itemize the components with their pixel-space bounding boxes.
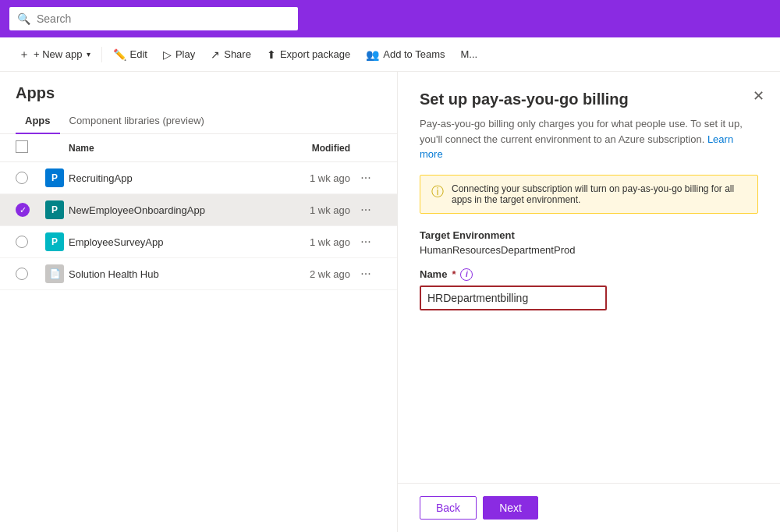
modified-column-header: Modified <box>272 143 350 154</box>
add-to-teams-button[interactable]: 👥 Add to Teams <box>360 44 451 66</box>
share-button[interactable]: ↗ Share <box>204 44 257 66</box>
row-actions-menu[interactable]: ··· <box>350 171 381 185</box>
app-icon: P <box>45 200 64 219</box>
share-icon: ↗ <box>211 48 220 61</box>
row-icon: P <box>41 200 69 219</box>
right-panel: ✕ Set up pay-as-you-go billing Pay-as-yo… <box>398 72 780 532</box>
chevron-down-icon: ▾ <box>87 50 90 59</box>
row-check[interactable]: ✓ <box>16 203 41 217</box>
row-icon: P <box>41 232 69 251</box>
app-icon: 📄 <box>45 264 64 283</box>
name-field-section: Name * i <box>420 268 758 310</box>
panel-description: Pay-as-you-go billing only charges you f… <box>420 116 758 162</box>
top-bar: 🔍 <box>0 0 780 37</box>
name-form-label: Name * i <box>420 268 758 281</box>
row-actions-menu[interactable]: ··· <box>350 267 381 281</box>
row-modified: 1 wk ago <box>272 236 350 248</box>
row-name: RecruitingApp <box>69 172 272 184</box>
row-checkbox[interactable] <box>16 268 28 280</box>
name-column-header: Name <box>69 143 272 154</box>
panel-title: Apps <box>0 72 397 108</box>
edit-icon: ✏️ <box>113 48 126 61</box>
tabs-bar: Apps Component libraries (preview) <box>0 108 397 134</box>
search-box[interactable]: 🔍 <box>9 7 298 30</box>
row-checkbox[interactable] <box>16 236 28 248</box>
warning-banner: ⓘ Connecting your subscription will turn… <box>420 175 758 214</box>
row-check[interactable] <box>16 268 41 280</box>
panel-heading: Set up pay-as-you-go billing <box>420 90 758 108</box>
panel-footer: Back Next <box>398 483 780 532</box>
row-name: Solution Health Hub <box>69 268 272 280</box>
back-button[interactable]: Back <box>420 496 477 520</box>
new-app-button[interactable]: ＋ + New app ▾ <box>12 43 97 66</box>
row-modified: 1 wk ago <box>272 204 350 216</box>
edit-button[interactable]: ✏️ Edit <box>107 44 154 66</box>
row-name: EmployeeSurveyApp <box>69 236 272 248</box>
divider <box>101 47 102 62</box>
info-icon[interactable]: i <box>460 268 473 281</box>
table-row[interactable]: 📄 Solution Health Hub 2 wk ago ··· <box>0 258 397 290</box>
main-layout: Apps Apps Component libraries (preview) … <box>0 72 780 532</box>
row-check[interactable] <box>16 172 41 184</box>
search-icon: 🔍 <box>17 12 30 25</box>
table-row[interactable]: ✓ P NewEmployeeOnboardingApp 1 wk ago ··… <box>0 194 397 226</box>
warning-icon: ⓘ <box>431 184 444 200</box>
target-environment-section: Target Environment HumanResourcesDepartm… <box>420 229 758 256</box>
left-panel: Apps Apps Component libraries (preview) … <box>0 72 398 532</box>
table-row[interactable]: P EmployeeSurveyApp 1 wk ago ··· <box>0 226 397 258</box>
check-header <box>16 140 41 155</box>
play-icon: ▷ <box>163 48 172 61</box>
table-header: Name Modified <box>0 134 397 162</box>
tab-component-libraries[interactable]: Component libraries (preview) <box>60 108 214 134</box>
next-button[interactable]: Next <box>483 496 538 520</box>
row-actions-menu[interactable]: ··· <box>350 203 381 217</box>
row-check[interactable] <box>16 236 41 248</box>
row-modified: 2 wk ago <box>272 268 350 280</box>
row-modified: 1 wk ago <box>272 172 350 184</box>
export-package-button[interactable]: ⬆ Export package <box>261 44 356 66</box>
close-button[interactable]: ✕ <box>750 84 768 108</box>
export-icon: ⬆ <box>267 48 276 61</box>
row-icon: 📄 <box>41 264 69 283</box>
teams-icon: 👥 <box>366 48 379 61</box>
search-input[interactable] <box>37 12 290 25</box>
row-icon: P <box>41 168 69 187</box>
name-input[interactable] <box>420 286 607 310</box>
table-row[interactable]: P RecruitingApp 1 wk ago ··· <box>0 162 397 194</box>
app-icon: P <box>45 232 64 251</box>
tab-apps[interactable]: Apps <box>16 108 60 134</box>
target-environment-label: Target Environment <box>420 229 758 241</box>
more-button[interactable]: M... <box>455 44 484 65</box>
row-check-circle[interactable]: ✓ <box>16 203 30 217</box>
table-body: P RecruitingApp 1 wk ago ··· ✓ P NewEmpl… <box>0 162 397 532</box>
row-checkbox[interactable] <box>16 172 28 184</box>
target-environment-value: HumanResourcesDepartmentProd <box>420 244 758 256</box>
plus-icon: ＋ <box>19 48 30 62</box>
play-button[interactable]: ▷ Play <box>157 44 201 66</box>
table-checkbox-header[interactable] <box>16 140 28 153</box>
required-star: * <box>452 268 456 280</box>
row-name: NewEmployeeOnboardingApp <box>69 204 272 216</box>
app-icon: P <box>45 168 64 187</box>
row-actions-menu[interactable]: ··· <box>350 235 381 249</box>
toolbar: ＋ + New app ▾ ✏️ Edit ▷ Play ↗ Share ⬆ E… <box>0 37 780 72</box>
